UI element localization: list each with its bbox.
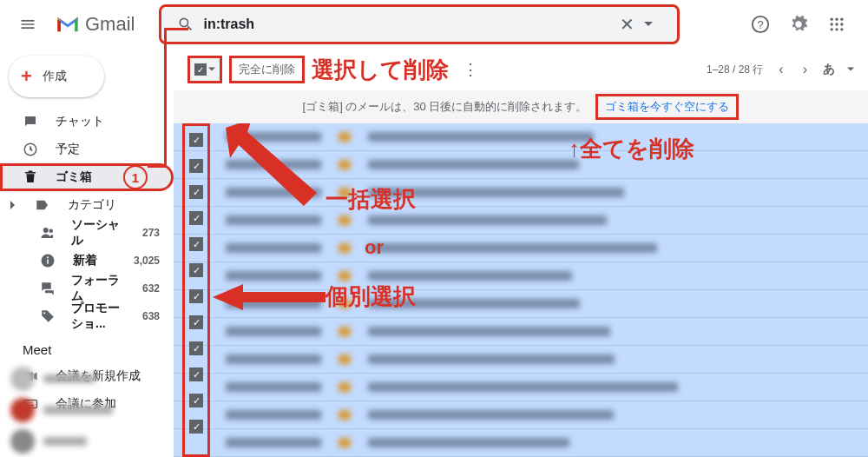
gear-icon (789, 15, 808, 34)
compose-button[interactable]: + 作成 (9, 56, 104, 97)
sidebar-item-count: 638 (142, 310, 160, 322)
sidebar-item-label: 予定 (56, 142, 80, 157)
search-bar: ✕ (159, 4, 680, 44)
meet-section-header: Meet (0, 330, 174, 362)
label-icon (35, 197, 52, 213)
annotation-bulk-select: 一括選択 (326, 184, 416, 215)
row-checkbox[interactable]: ✓ (189, 341, 203, 355)
search-options-button[interactable] (644, 17, 670, 32)
close-icon: ✕ (620, 14, 635, 35)
search-clear-button[interactable]: ✕ (609, 14, 644, 35)
row-checkbox[interactable]: ✓ (189, 211, 203, 225)
message-row[interactable] (174, 179, 868, 207)
search-button[interactable] (168, 16, 203, 33)
toolbar: ✓ 完全に削除 選択して削除 ⋮ 1–28 / 28 行 ‹ › あ (174, 49, 868, 90)
sidebar-item-label: チャット (56, 114, 104, 129)
svg-point-3 (835, 18, 838, 21)
apps-grid-icon (828, 16, 845, 33)
help-icon: ? (751, 15, 770, 34)
chat-icon (23, 114, 40, 129)
main-menu-button[interactable] (7, 3, 49, 45)
sidebar-item-label: カテゴリ (68, 197, 116, 213)
tag-icon (40, 308, 56, 324)
main-panel: ✓ 完全に削除 選択して削除 ⋮ 1–28 / 28 行 ‹ › あ [ゴミ箱]… (174, 49, 868, 457)
row-checkbox[interactable]: ✓ (189, 394, 203, 407)
clock-icon (23, 142, 40, 157)
svg-point-17 (43, 312, 45, 314)
row-checkbox[interactable]: ✓ (189, 133, 203, 147)
message-row[interactable] (174, 151, 868, 179)
checkbox-checked-icon: ✓ (194, 63, 207, 76)
sidebar-item-scheduled[interactable]: 予定 (0, 136, 174, 163)
message-row[interactable] (174, 262, 868, 290)
row-checkbox[interactable]: ✓ (189, 263, 203, 277)
prev-page-button[interactable]: ‹ (775, 58, 786, 81)
svg-point-13 (49, 229, 54, 234)
annotation-circle-1: 1 (123, 165, 148, 189)
info-icon (40, 253, 57, 268)
message-row[interactable] (174, 290, 868, 318)
message-row[interactable] (174, 374, 868, 401)
svg-rect-15 (47, 260, 49, 264)
pagination-text: 1–28 / 28 行 (707, 63, 763, 77)
row-checkbox[interactable]: ✓ (189, 368, 203, 381)
message-row[interactable] (174, 401, 868, 429)
plus-icon: + (21, 65, 32, 88)
message-row[interactable] (174, 235, 868, 262)
row-checkbox[interactable]: ✓ (189, 315, 203, 329)
svg-point-7 (840, 23, 843, 25)
input-method-button[interactable]: あ (823, 62, 835, 77)
next-page-button[interactable]: › (799, 58, 811, 81)
message-row[interactable] (174, 318, 868, 346)
select-all-checkbox[interactable]: ✓ (187, 56, 222, 83)
empty-trash-link[interactable]: ゴミ箱を今すぐ空にする (595, 94, 739, 120)
support-button[interactable]: ? (743, 7, 778, 42)
svg-point-4 (840, 18, 843, 21)
banner-text: [ゴミ箱] のメールは、30 日後に自動的に削除されます。 (303, 99, 588, 115)
trash-info-banner: [ゴミ箱] のメールは、30 日後に自動的に削除されます。 ゴミ箱を今すぐ空にす… (174, 90, 868, 123)
header-actions: ? (743, 7, 861, 42)
sidebar-item-forums[interactable]: フォーラム 632 (0, 275, 174, 302)
sidebar-item-label: プロモーショ... (71, 301, 127, 332)
search-icon (177, 16, 194, 33)
svg-text:?: ? (757, 18, 763, 31)
svg-point-12 (43, 228, 49, 233)
sidebar-item-label: フォーラム (71, 273, 127, 304)
sidebar-item-promotions[interactable]: プロモーショ... 638 (0, 302, 174, 330)
sidebar-item-social[interactable]: ソーシャル 273 (0, 219, 174, 247)
settings-button[interactable] (781, 7, 816, 42)
svg-point-16 (47, 256, 49, 258)
annotation-delete-all: ↑全てを削除 (569, 134, 694, 164)
message-row[interactable] (174, 429, 868, 457)
caret-down-icon (847, 66, 854, 73)
message-row[interactable] (174, 346, 868, 374)
message-row[interactable] (174, 207, 868, 235)
svg-point-10 (840, 28, 843, 30)
sidebar-item-categories[interactable]: カテゴリ (0, 191, 174, 219)
gmail-icon (56, 15, 80, 34)
people-icon (40, 225, 56, 241)
more-actions-button[interactable]: ⋮ (463, 60, 478, 79)
checkbox-column: ✓✓✓✓✓✓✓✓✓✓✓✓ (182, 123, 210, 457)
svg-point-5 (831, 23, 833, 25)
gmail-logo[interactable]: Gmail (56, 13, 135, 36)
row-checkbox[interactable]: ✓ (189, 159, 203, 173)
row-checkbox[interactable]: ✓ (189, 420, 203, 434)
trash-icon (23, 169, 40, 185)
app-header: Gmail ✕ ? (0, 0, 868, 49)
row-checkbox[interactable]: ✓ (189, 237, 203, 251)
apps-button[interactable] (819, 7, 854, 42)
row-checkbox[interactable]: ✓ (189, 289, 203, 303)
message-row[interactable] (174, 123, 868, 151)
delete-forever-button[interactable]: 完全に削除 (229, 56, 305, 83)
sidebar-item-label: ゴミ箱 (56, 169, 92, 185)
hamburger-icon (19, 16, 36, 33)
search-input[interactable] (203, 17, 609, 32)
message-list: ✓✓✓✓✓✓✓✓✓✓✓✓ 一括選択 or 個別選択 ↑全てを削除 (174, 123, 868, 457)
row-checkbox[interactable]: ✓ (189, 185, 203, 199)
svg-point-6 (835, 23, 838, 25)
sidebar-item-updates[interactable]: 新着 3,025 (0, 247, 174, 275)
caret-down-icon (644, 20, 653, 29)
annotation-select-delete: 選択して削除 (312, 55, 449, 85)
sidebar-item-chat[interactable]: チャット (0, 108, 174, 136)
